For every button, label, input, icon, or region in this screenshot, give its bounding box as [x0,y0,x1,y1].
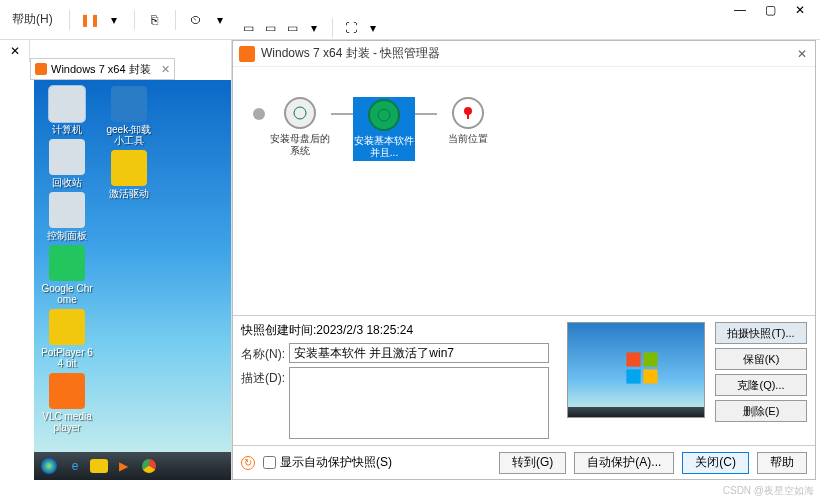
desktop-icon[interactable]: 回收站 [40,139,94,188]
snapshot-node-label: 安装母盘后的系统 [269,133,331,157]
svg-rect-5 [627,353,641,367]
snapshot-footer: ↻ 显示自动保护快照(S) 转到(G) 自动保护(A)... 关闭(C) 帮助 [233,445,815,479]
separator [134,10,135,30]
desktop-icon[interactable]: 激活驱动 [102,150,156,199]
fullscreen-icon[interactable]: ⛶ [343,20,359,36]
desktop-icon[interactable]: geek-卸载小工具 [102,86,156,146]
dropdown-icon[interactable]: ▾ [306,20,322,36]
icon-label: PotPlayer 64 bit [40,347,94,369]
show-autoprotect-checkbox[interactable] [263,456,276,469]
desc-label: 描述(D): [241,367,285,387]
close-button[interactable]: 关闭(C) [682,452,749,474]
separator [332,18,333,38]
icon-image [111,86,147,122]
snapshot-node[interactable]: 当前位置 [437,97,499,145]
svg-point-1 [294,107,306,119]
svg-point-2 [378,109,390,121]
icon-label: Google Chrome [40,283,94,305]
snapshot-node[interactable]: 安装基本软件 并且... [353,97,415,161]
taskbar-chrome[interactable] [138,455,160,477]
icon-label: 回收站 [52,177,82,188]
help-button[interactable]: 帮助 [757,452,807,474]
vm-desktop[interactable]: 计算机回收站控制面板Google ChromePotPlayer 64 bitV… [34,80,231,460]
watermark: CSDN @夜星空如海 [723,484,814,498]
take-snapshot-button[interactable]: 拍摄快照(T)... [715,322,807,344]
dropdown-icon[interactable]: ▾ [106,12,122,28]
pin-icon [452,97,484,129]
icon-image [111,150,147,186]
maximize-button[interactable]: ▢ [756,0,784,20]
icon-image [49,373,85,409]
send-keys-icon[interactable]: ⎘ [147,12,163,28]
view-icon[interactable]: ▭ [284,20,300,36]
start-button[interactable] [38,455,60,477]
vm-tab-title: Windows 7 x64 封装 [51,62,157,77]
name-label: 名称(N): [241,343,285,363]
snapshot-tree[interactable]: 安装母盘后的系统安装基本软件 并且...当前位置 [233,67,815,315]
svg-rect-8 [644,370,658,384]
taskbar-wmp[interactable]: ▶ [112,455,134,477]
snapshot-icon[interactable]: ⏲ [188,12,204,28]
svg-rect-4 [467,114,469,119]
view-icon[interactable]: ▭ [262,20,278,36]
separator [175,10,176,30]
icon-image [49,192,85,228]
info-icon[interactable]: ↻ [241,456,255,470]
icon-label: 控制面板 [47,230,87,241]
view-icon[interactable]: ▭ [240,20,256,36]
dropdown-icon[interactable]: ▾ [365,20,381,36]
svg-point-3 [464,107,472,115]
desktop-icon[interactable]: Google Chrome [40,245,94,305]
icon-label: VLC media player [40,411,94,433]
snapshot-create-time: 快照创建时间:2023/2/3 18:25:24 [241,322,557,339]
icon-label: 激活驱动 [109,188,149,199]
close-icon[interactable]: ✕ [793,45,811,63]
icon-image [49,245,85,281]
snapshot-desc-input[interactable] [289,367,549,439]
svg-rect-7 [627,370,641,384]
taskbar-explorer[interactable] [90,459,108,473]
vm-tab[interactable]: Windows 7 x64 封装 ✕ [30,58,175,80]
sidebar-close-icon[interactable]: ✕ [0,40,30,62]
snapshot-node[interactable]: 安装母盘后的系统 [269,97,331,157]
snapshot-name-input[interactable] [289,343,549,363]
icon-image [49,309,85,345]
separator [69,10,70,30]
icon-label: 计算机 [52,124,82,135]
svg-rect-6 [644,353,658,367]
desktop-icon[interactable]: VLC media player [40,373,94,433]
keep-button[interactable]: 保留(K) [715,348,807,370]
checkbox-label: 显示自动保护快照(S) [280,454,392,471]
icon-label: geek-卸载小工具 [102,124,156,146]
snapshot-window-title: Windows 7 x64 封装 - 快照管理器 [261,45,440,62]
taskbar-ie[interactable]: e [64,455,86,477]
snapshot-thumbnail [567,322,705,418]
taskbar[interactable]: e ▶ [34,452,231,480]
left-pane: ✕ Windows 7 x64 封装 ✕ 计算机回收站控制面板Google Ch… [0,40,232,480]
snapshot-icon [368,99,400,131]
desktop-icon[interactable]: 计算机 [40,86,94,135]
app-icon [239,46,255,62]
tab-close-icon[interactable]: ✕ [161,63,170,76]
snapshot-detail-panel: 快照创建时间:2023/2/3 18:25:24 名称(N): 描述(D): 拍… [233,315,815,445]
desktop-icon[interactable]: 控制面板 [40,192,94,241]
snapshot-manager-window: Windows 7 x64 封装 - 快照管理器 ✕ 安装母盘后的系统安装基本软… [232,40,816,480]
snapshot-node-label: 安装基本软件 并且... [353,135,415,159]
clone-button[interactable]: 克隆(Q)... [715,374,807,396]
help-menu[interactable]: 帮助(H) [8,9,57,30]
minimize-button[interactable]: — [726,0,754,20]
autoprotect-button[interactable]: 自动保护(A)... [574,452,674,474]
desktop-icon[interactable]: PotPlayer 64 bit [40,309,94,369]
pause-icon[interactable]: ❚❚ [82,12,98,28]
svg-point-0 [41,458,57,474]
icon-image [49,139,85,175]
dropdown-icon[interactable]: ▾ [212,12,228,28]
snapshot-icon [284,97,316,129]
goto-button[interactable]: 转到(G) [499,452,566,474]
close-button[interactable]: ✕ [786,0,814,20]
main-toolbar: 帮助(H) ❚❚ ▾ ⎘ ⏲ ▾ — ▢ ✕ [0,0,820,40]
vm-icon [35,63,47,75]
secondary-toolbar: ▭ ▭ ▭ ▾ ⛶ ▾ [232,15,389,40]
delete-button[interactable]: 删除(E) [715,400,807,422]
snapshot-titlebar: Windows 7 x64 封装 - 快照管理器 ✕ [233,41,815,67]
